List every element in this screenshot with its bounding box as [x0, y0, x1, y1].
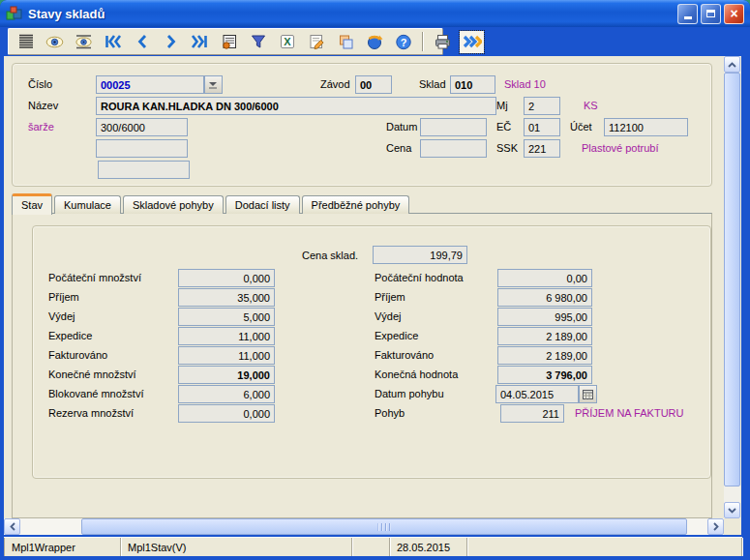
prijem-hodnota-field[interactable]: 6 980,00 — [497, 288, 592, 307]
app-window: Stavy skladů × — [0, 0, 750, 560]
ec-field[interactable]: 01 — [524, 118, 560, 136]
konecne-mnozstvi-label: Konečné množství — [48, 368, 136, 381]
datum-pohybu-calendar-button[interactable] — [579, 385, 597, 403]
svg-text:X: X — [284, 36, 291, 47]
tab-predbezne-pohyby[interactable]: Předběžné pohyby — [302, 195, 410, 214]
vydej-hodnota-field[interactable]: 995,00 — [497, 308, 592, 326]
records-browse-icon — [221, 33, 238, 50]
close-icon: × — [730, 7, 737, 20]
sarze-field-3[interactable] — [98, 161, 190, 179]
expedice-hodnota-field[interactable]: 2 189,00 — [497, 327, 592, 345]
cena-field[interactable] — [420, 139, 487, 158]
export-excel-button[interactable]: X — [275, 31, 299, 53]
print-button[interactable] — [431, 31, 455, 53]
fakturovano-hodnota-label: Fakturováno — [375, 349, 434, 362]
ec-label: EČ — [496, 121, 511, 133]
last-record-button[interactable] — [188, 31, 212, 53]
expedice-hodnota-label: Expedice — [375, 330, 418, 342]
vertical-scrollbar[interactable] — [724, 56, 740, 518]
help-icon: ? — [395, 33, 412, 50]
nazev-field[interactable]: ROURA KAN.HLADKA DN 300/6000 — [96, 97, 496, 115]
cislo-label: Číslo — [28, 78, 52, 91]
refresh-button[interactable] — [362, 31, 386, 53]
next-record-icon — [164, 33, 179, 50]
toolbar: X — [8, 28, 443, 55]
scroll-down-button[interactable] — [724, 502, 740, 518]
records-browse-button[interactable] — [217, 31, 241, 53]
scroll-left-button[interactable] — [4, 518, 20, 535]
first-record-icon — [104, 33, 122, 50]
fakturovano-mnozstvi-field[interactable]: 11,000 — [178, 346, 275, 365]
filter-button[interactable] — [246, 31, 270, 53]
datum-field[interactable] — [420, 118, 487, 136]
menu-list-button[interactable] — [14, 31, 38, 53]
datum-pohybu-label: Datum pohybu — [375, 388, 444, 400]
first-record-button[interactable] — [101, 31, 125, 53]
fast-forward-button[interactable] — [460, 31, 484, 53]
pohyb-note: PŘÍJEM NA FAKTURU — [575, 407, 683, 420]
konecna-hodnota-field[interactable]: 3 796,00 — [497, 366, 592, 384]
scroll-right-button[interactable] — [707, 518, 724, 535]
scroll-up-button[interactable] — [724, 56, 740, 73]
datum-label: Datum — [386, 121, 417, 133]
tab-stav[interactable]: Stav — [12, 193, 52, 215]
prijem-mnozstvi-field[interactable]: 35,000 — [178, 288, 275, 307]
view-detail-button[interactable] — [72, 31, 96, 53]
nazev-label: Název — [28, 100, 58, 112]
cislo-field[interactable]: 00025 — [96, 75, 204, 94]
stav-tab-panel: Cena sklad. 199,79 Počáteční množství 0,… — [12, 213, 712, 518]
pocatecni-mnozstvi-field[interactable]: 0,000 — [178, 269, 275, 287]
pocatecni-mnozstvi-label: Počáteční množství — [48, 272, 141, 284]
copy-button[interactable] — [333, 31, 357, 53]
previous-record-button[interactable] — [130, 31, 154, 53]
minimize-button[interactable] — [677, 4, 698, 24]
tab-dodaci-listy[interactable]: Dodací listy — [225, 195, 300, 214]
expedice-mnozstvi-field[interactable]: 11,000 — [178, 327, 275, 345]
status-cell-view: Mpl1Stav(V) — [121, 538, 352, 556]
form-area: Číslo 00025 Závod 00 Sklad 010 Sklad 10 … — [4, 56, 741, 535]
horizontal-scroll-thumb[interactable] — [81, 518, 687, 535]
status-cell-date: 28.05.2015 — [390, 538, 467, 556]
edit-note-icon — [308, 33, 325, 50]
pocatecni-hodnota-field[interactable]: 0,00 — [497, 269, 592, 287]
vertical-scroll-thumb[interactable] — [724, 73, 740, 486]
arrow-down-icon — [728, 508, 736, 514]
cena-sklad-field[interactable]: 199,79 — [373, 246, 467, 264]
view-button[interactable] — [43, 31, 67, 53]
mj-field[interactable]: 2 — [524, 97, 560, 115]
pohyb-field[interactable]: 211 — [500, 404, 564, 423]
vydej-mnozstvi-field[interactable]: 5,000 — [178, 308, 275, 326]
datum-pohybu-field[interactable]: 04.05.2015 — [495, 385, 579, 403]
mj-label: Mj — [496, 100, 508, 112]
cislo-dropdown-button[interactable] — [204, 75, 223, 94]
maximize-button[interactable] — [701, 4, 721, 24]
sarze-field[interactable]: 300/6000 — [96, 118, 188, 136]
ucet-field[interactable]: 112100 — [604, 118, 688, 136]
svg-text:?: ? — [400, 37, 406, 48]
zavod-field[interactable]: 00 — [355, 75, 392, 94]
blokovane-mnozstvi-field[interactable]: 6,000 — [178, 385, 275, 403]
fakturovano-hodnota-field[interactable]: 2 189,00 — [497, 346, 592, 365]
edit-note-button[interactable] — [304, 31, 328, 53]
menu-list-icon — [17, 33, 35, 50]
zavod-label: Závod — [320, 78, 350, 91]
calendar-icon — [583, 390, 593, 399]
sarze-field-2[interactable] — [96, 139, 188, 158]
tab-skladove-pohyby[interactable]: Skladové pohyby — [123, 195, 224, 214]
thumb-grip — [378, 523, 391, 531]
rezerva-mnozstvi-field[interactable]: 0,000 — [178, 404, 275, 423]
view-detail-icon — [75, 33, 93, 50]
sklad-note: Sklad 10 — [504, 78, 546, 91]
ssk-field[interactable]: 221 — [524, 139, 560, 158]
blokovane-mnozstvi-label: Blokované množství — [48, 388, 143, 400]
konecne-mnozstvi-field[interactable]: 19,000 — [178, 366, 275, 384]
help-button[interactable]: ? — [391, 31, 415, 53]
sklad-field[interactable]: 010 — [450, 75, 495, 94]
next-record-button[interactable] — [159, 31, 183, 53]
prijem-mnozstvi-label: Příjem — [48, 291, 79, 304]
filter-icon — [250, 33, 267, 50]
close-button[interactable]: × — [724, 4, 744, 24]
ucet-label: Účet — [570, 121, 592, 133]
tab-kumulace[interactable]: Kumulace — [54, 195, 121, 214]
horizontal-scrollbar[interactable] — [4, 518, 724, 535]
